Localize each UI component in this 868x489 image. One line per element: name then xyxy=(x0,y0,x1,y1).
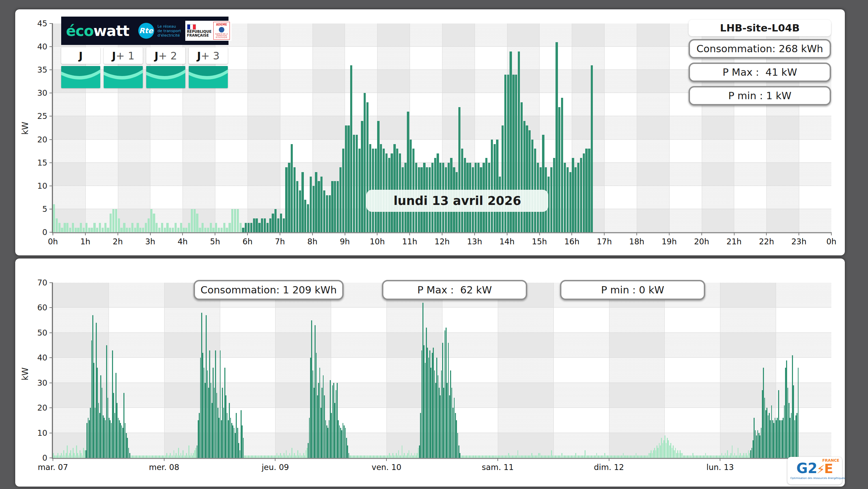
bar[interactable] xyxy=(550,167,552,232)
bar[interactable] xyxy=(172,455,173,458)
bar[interactable] xyxy=(785,368,786,458)
bar[interactable] xyxy=(172,228,174,232)
bar[interactable] xyxy=(364,93,366,232)
bar[interactable] xyxy=(361,121,363,232)
bar[interactable] xyxy=(97,368,98,458)
bar[interactable] xyxy=(666,443,667,458)
bar[interactable] xyxy=(152,455,153,458)
bar[interactable] xyxy=(594,455,595,458)
bar[interactable] xyxy=(333,383,334,458)
bar[interactable] xyxy=(398,450,399,458)
bar[interactable] xyxy=(521,102,523,232)
bar[interactable] xyxy=(664,435,665,458)
bar[interactable] xyxy=(186,453,187,458)
bar[interactable] xyxy=(479,455,480,458)
bar[interactable] xyxy=(752,448,753,458)
bar[interactable] xyxy=(646,455,647,458)
bar[interactable] xyxy=(405,455,406,458)
bar[interactable] xyxy=(277,218,279,232)
bar[interactable] xyxy=(88,228,90,232)
bar[interactable] xyxy=(105,420,106,458)
bar[interactable] xyxy=(255,455,256,458)
bar[interactable] xyxy=(283,218,285,232)
bar[interactable] xyxy=(699,455,700,458)
bar[interactable] xyxy=(672,448,673,458)
bar[interactable] xyxy=(591,65,593,232)
bar[interactable] xyxy=(762,390,763,458)
bar[interactable] xyxy=(724,455,725,458)
bar[interactable] xyxy=(653,450,654,458)
bar[interactable] xyxy=(425,363,426,458)
bar[interactable] xyxy=(384,455,385,458)
bar[interactable] xyxy=(588,455,589,458)
bar[interactable] xyxy=(366,102,368,232)
bar[interactable] xyxy=(504,455,505,458)
bar[interactable] xyxy=(684,455,685,458)
bar[interactable] xyxy=(321,388,323,458)
bar[interactable] xyxy=(537,455,538,458)
bar[interactable] xyxy=(337,383,338,458)
bar[interactable] xyxy=(469,455,470,458)
bar[interactable] xyxy=(104,223,106,232)
bar[interactable] xyxy=(413,455,414,458)
bar[interactable] xyxy=(514,455,515,458)
bar[interactable] xyxy=(648,453,650,458)
bar[interactable] xyxy=(221,420,222,458)
bar[interactable] xyxy=(188,445,189,458)
bar[interactable] xyxy=(377,455,378,458)
bar[interactable] xyxy=(535,455,536,458)
bar[interactable] xyxy=(423,345,424,458)
bar[interactable] xyxy=(346,438,347,458)
bar[interactable] xyxy=(63,450,64,458)
bar[interactable] xyxy=(296,455,297,458)
bar[interactable] xyxy=(710,455,711,458)
bar[interactable] xyxy=(291,448,292,458)
bar[interactable] xyxy=(663,440,664,458)
bar[interactable] xyxy=(166,453,167,458)
bar[interactable] xyxy=(326,195,328,232)
bar[interactable] xyxy=(218,418,220,458)
bar[interactable] xyxy=(144,455,146,458)
bar[interactable] xyxy=(713,455,714,458)
bar[interactable] xyxy=(272,455,273,458)
bar[interactable] xyxy=(667,438,668,458)
bar[interactable] xyxy=(131,223,133,232)
bar[interactable] xyxy=(82,455,83,458)
bar[interactable] xyxy=(53,453,54,458)
bar[interactable] xyxy=(422,303,423,458)
bar[interactable] xyxy=(279,455,280,458)
bar[interactable] xyxy=(131,455,132,458)
bar[interactable] xyxy=(748,450,749,458)
bar[interactable] xyxy=(104,418,105,458)
bar[interactable] xyxy=(354,455,355,458)
bar[interactable] xyxy=(60,455,61,458)
bar[interactable] xyxy=(337,181,339,232)
bar[interactable] xyxy=(698,455,699,458)
bar[interactable] xyxy=(112,209,114,232)
bar[interactable] xyxy=(586,455,587,458)
bar[interactable] xyxy=(558,455,559,458)
bar[interactable] xyxy=(359,455,360,458)
bar[interactable] xyxy=(297,450,298,458)
bar[interactable] xyxy=(754,418,755,458)
bar[interactable] xyxy=(356,135,358,232)
bar[interactable] xyxy=(558,107,560,232)
bar[interactable] xyxy=(129,228,131,232)
bar[interactable] xyxy=(53,204,55,232)
bar[interactable] xyxy=(515,455,516,458)
bar[interactable] xyxy=(595,455,596,458)
bar[interactable] xyxy=(54,455,55,458)
bar[interactable] xyxy=(301,455,302,458)
bar[interactable] xyxy=(695,455,696,458)
bar[interactable] xyxy=(111,423,112,458)
bar[interactable] xyxy=(733,455,734,458)
bar[interactable] xyxy=(675,448,676,458)
bar[interactable] xyxy=(332,385,333,458)
bar[interactable] xyxy=(781,420,782,458)
bar[interactable] xyxy=(280,453,281,458)
bar[interactable] xyxy=(540,453,541,458)
bar[interactable] xyxy=(545,455,546,458)
bar[interactable] xyxy=(66,453,67,458)
bar[interactable] xyxy=(376,455,377,458)
bar[interactable] xyxy=(596,453,597,458)
